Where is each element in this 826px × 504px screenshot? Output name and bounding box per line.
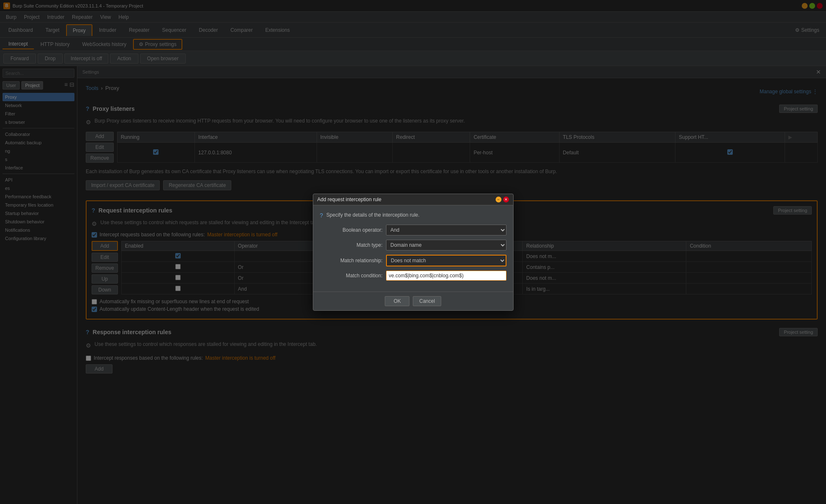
modal-close-button[interactable]: ✕ bbox=[503, 197, 509, 202]
boolean-operator-select[interactable]: And Or bbox=[386, 225, 506, 235]
modal-overlay: Add request interception rule − ✕ ? Spec… bbox=[0, 0, 826, 504]
match-relationship-select[interactable]: Does not match Matches Contains Is in ta… bbox=[386, 255, 506, 266]
modal-title: Add request interception rule bbox=[317, 197, 381, 202]
modal-title-bar: Add request interception rule − ✕ bbox=[313, 194, 513, 205]
match-type-label: Match type: bbox=[320, 242, 383, 248]
match-type-select[interactable]: Domain name URL File extension HTTP meth… bbox=[386, 240, 506, 251]
modal-cancel-button[interactable]: Cancel bbox=[413, 296, 441, 306]
modal-ok-button[interactable]: OK bbox=[385, 296, 409, 306]
modal-help-icon: ? bbox=[320, 212, 323, 219]
boolean-operator-label: Boolean operator: bbox=[320, 227, 383, 233]
match-relationship-label: Match relationship: bbox=[320, 258, 383, 264]
modal-description: Specify the details of the interception … bbox=[326, 212, 419, 218]
modal-dialog: Add request interception rule − ✕ ? Spec… bbox=[313, 194, 514, 311]
match-condition-input[interactable] bbox=[386, 271, 506, 281]
modal-minimize-button[interactable]: − bbox=[496, 197, 501, 202]
match-condition-label: Match condition: bbox=[320, 273, 383, 279]
